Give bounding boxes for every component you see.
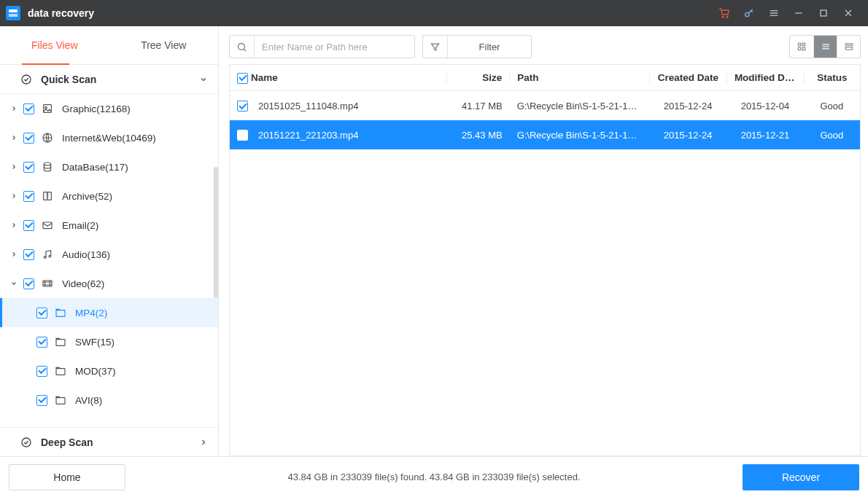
category-checkbox[interactable]: [36, 337, 47, 348]
chevron-right-icon[interactable]: [10, 105, 20, 112]
category-label: MP4(2): [75, 308, 107, 318]
row-checkbox[interactable]: [237, 130, 248, 141]
category-checkbox[interactable]: [36, 395, 47, 406]
tree-item[interactable]: Archive(52): [0, 181, 218, 211]
search-input[interactable]: [255, 42, 414, 52]
titlebar: data recovery: [0, 0, 868, 26]
tree-item[interactable]: Email(2): [0, 211, 218, 240]
tree-item[interactable]: Video(62): [0, 269, 218, 298]
recover-button[interactable]: Recover: [743, 464, 859, 490]
category-checkbox[interactable]: [23, 278, 34, 289]
column-size[interactable]: Size: [446, 72, 510, 83]
cell-status: Good: [804, 130, 860, 141]
chevron-right-icon[interactable]: [10, 163, 20, 171]
tree-subitem[interactable]: MP4(2): [0, 298, 218, 327]
view-detail-icon[interactable]: [837, 36, 860, 58]
cell-created: 2015-12-24: [649, 101, 726, 111]
chevron-down-icon[interactable]: [10, 280, 20, 287]
cell-size: 25.43 MB: [446, 130, 510, 141]
section-deep-scan[interactable]: Deep Scan: [0, 427, 218, 456]
category-icon: [40, 132, 55, 144]
menu-icon[interactable]: [762, 0, 786, 26]
tree-item[interactable]: Audio(136): [0, 240, 218, 269]
table-header: Name Size Path Created Date Modified Dat…: [230, 65, 860, 91]
table-row[interactable]: 20151025_111048.mp441.17 MBG:\Recycle Bi…: [230, 91, 860, 120]
tree-item[interactable]: DataBase(117): [0, 152, 218, 181]
category-label: Email(2): [62, 220, 98, 231]
search-icon: [230, 36, 255, 58]
view-list-icon[interactable]: [813, 36, 837, 58]
view-switch: [789, 35, 861, 58]
column-path[interactable]: Path: [509, 72, 649, 83]
category-checkbox[interactable]: [23, 249, 34, 260]
cell-path: G:\Recycle Bin\S-1-5-21-18705229...: [510, 101, 650, 111]
tree-item[interactable]: Internet&Web(10469): [0, 123, 218, 152]
svg-rect-23: [802, 47, 805, 50]
maximize-icon[interactable]: [811, 0, 836, 26]
filter-button[interactable]: Filter: [422, 35, 532, 58]
category-checkbox[interactable]: [23, 133, 34, 144]
chevron-right-icon[interactable]: [10, 222, 20, 229]
cell-path: G:\Recycle Bin\S-1-5-21-18705229...: [510, 130, 650, 141]
tab-tree-view[interactable]: Tree View: [109, 26, 219, 64]
tree-item[interactable]: Graphic(12168): [0, 94, 218, 123]
category-checkbox[interactable]: [36, 308, 47, 318]
svg-rect-15: [56, 340, 65, 346]
svg-point-4: [22, 75, 31, 84]
tab-files-view[interactable]: Files View: [0, 26, 109, 64]
search-box: [229, 35, 415, 58]
category-label: Video(62): [62, 278, 104, 289]
category-icon: [40, 103, 55, 114]
chevron-right-icon[interactable]: [10, 251, 20, 258]
cell-size: 41.17 MB: [446, 101, 510, 111]
svg-rect-10: [43, 222, 52, 229]
scrollbar[interactable]: [214, 167, 218, 298]
chevron-right-icon: [199, 438, 208, 447]
svg-point-12: [49, 255, 51, 257]
category-checkbox[interactable]: [23, 220, 34, 231]
cell-modified: 2015-12-04: [726, 101, 804, 111]
svg-rect-14: [56, 310, 65, 317]
category-label: Graphic(12168): [62, 103, 131, 114]
folder-icon: [53, 307, 68, 318]
column-name[interactable]: Name: [251, 72, 446, 83]
key-icon[interactable]: [737, 0, 762, 26]
svg-rect-21: [802, 43, 805, 46]
category-label: Archive(52): [62, 191, 112, 202]
column-modified[interactable]: Modified Date: [726, 72, 804, 83]
footer: Home 43.84 GB in 233039 file(s) found. 4…: [0, 456, 868, 497]
cell-modified: 2015-12-21: [726, 130, 804, 141]
category-checkbox[interactable]: [23, 103, 34, 114]
category-label: MOD(37): [75, 366, 116, 377]
home-button[interactable]: Home: [9, 464, 125, 490]
chevron-right-icon[interactable]: [10, 134, 20, 141]
status-text: 43.84 GB in 233039 file(s) found. 43.84 …: [125, 471, 743, 482]
view-grid-icon[interactable]: [790, 36, 813, 58]
tree-subitem[interactable]: MOD(37): [0, 356, 218, 386]
svg-rect-5: [44, 105, 52, 113]
category-checkbox[interactable]: [36, 366, 47, 377]
tree-subitem[interactable]: AVI(8): [0, 386, 218, 415]
category-checkbox[interactable]: [23, 162, 34, 173]
app-logo: [6, 6, 20, 20]
tree-subitem[interactable]: SWF(15): [0, 327, 218, 356]
select-all-checkbox[interactable]: [237, 73, 248, 84]
row-checkbox[interactable]: [237, 101, 248, 111]
svg-rect-3: [821, 10, 826, 16]
minimize-icon[interactable]: [786, 0, 811, 26]
svg-point-11: [44, 257, 46, 259]
close-icon[interactable]: [836, 0, 861, 26]
svg-rect-13: [43, 281, 52, 286]
column-status[interactable]: Status: [804, 72, 860, 83]
chevron-right-icon[interactable]: [10, 192, 20, 200]
column-created[interactable]: Created Date: [649, 72, 726, 83]
category-icon: [40, 219, 55, 231]
cart-icon[interactable]: [712, 0, 737, 26]
toolbar: Filter: [229, 35, 861, 58]
table-row[interactable]: 20151221_221203.mp425.43 MBG:\Recycle Bi…: [230, 120, 860, 149]
file-table: Name Size Path Created Date Modified Dat…: [229, 64, 861, 456]
section-quick-scan[interactable]: Quick Scan: [0, 65, 218, 94]
category-icon: [40, 248, 55, 260]
folder-icon: [53, 365, 68, 377]
category-checkbox[interactable]: [23, 191, 34, 202]
